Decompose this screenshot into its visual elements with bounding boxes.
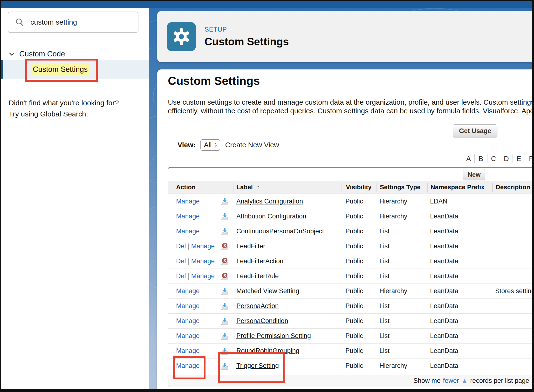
sidebar-item-custom-settings[interactable]: Custom Settings — [1, 60, 149, 79]
action-cell: Manage — [168, 198, 217, 205]
visibility-cell: Public — [342, 302, 377, 310]
column-header-label[interactable]: Label ↑ — [233, 183, 342, 192]
table-row: Manage PersonaCondition Public List Lean… — [168, 313, 534, 328]
table-row: Manage ContinuousPersonaOnSobject Public… — [168, 224, 534, 239]
visibility-cell: Public — [342, 362, 377, 370]
manage-action-link[interactable]: Manage — [176, 317, 200, 324]
table-row: Manage Attribution Configuration Public … — [168, 209, 534, 224]
settings-type-cell: List — [377, 228, 427, 235]
chevron-down-icon — [8, 50, 15, 58]
view-select[interactable]: All ⤵︎ — [200, 139, 220, 151]
setting-label-link[interactable]: Trigger Setting — [236, 362, 279, 369]
settings-type-cell: List — [377, 243, 427, 250]
create-new-view-link[interactable]: Create New View — [225, 141, 279, 149]
column-header-visibility[interactable]: Visibility — [342, 183, 377, 192]
setting-label-link[interactable]: Profile Permission Setting — [236, 332, 311, 339]
manage-action-link[interactable]: Manage — [191, 243, 215, 250]
main-area: SETUP Custom Settings Custom Settings Us… — [149, 8, 532, 389]
setting-label-link[interactable]: LeadFilter — [236, 243, 265, 250]
highlighted-item-label: Custom Settings — [31, 64, 90, 75]
visibility-cell: Public — [342, 198, 377, 205]
namespace-prefix-cell: LeanData — [427, 287, 492, 295]
download-package-icon — [220, 317, 229, 325]
table-row: Del | Manage LeadFilterAction Public Lis… — [168, 254, 534, 269]
action-cell: Manage — [168, 362, 217, 370]
alpha-link-e[interactable]: E — [513, 154, 525, 163]
manage-action-link[interactable]: Manage — [176, 302, 200, 310]
content-title: Custom Settings — [168, 74, 260, 88]
visibility-cell: Public — [342, 332, 377, 340]
download-package-icon — [220, 332, 229, 340]
alpha-link-b[interactable]: B — [475, 154, 487, 163]
table-row: Del | Manage LeadFilter Public List Lean… — [168, 239, 534, 254]
namespace-prefix-cell: LeanData — [427, 362, 492, 370]
header-titles: SETUP Custom Settings — [205, 26, 289, 48]
sidebar-help-text: Didn't find what you're looking for? Try… — [9, 97, 119, 120]
setting-label-link[interactable]: LeadFilterRule — [236, 272, 279, 280]
column-header-description[interactable]: Description — [492, 183, 534, 192]
new-button[interactable]: New — [463, 169, 485, 180]
table-toolbar: New — [168, 168, 534, 181]
column-header-namespace-prefix[interactable]: Namespace Prefix — [427, 183, 492, 192]
setting-label-link[interactable]: PersonaCondition — [236, 317, 288, 324]
table-header-row: Action Label ↑ Visibility Settings Type … — [168, 181, 534, 194]
settings-type-cell: Hierarchy — [377, 362, 427, 370]
setting-label-link[interactable]: ContinuousPersonaOnSobject — [236, 228, 324, 235]
alpha-link-c[interactable]: C — [487, 154, 500, 163]
description-cell: Stores settings — [492, 287, 534, 295]
setting-label-link[interactable]: LeadFilterAction — [236, 257, 283, 265]
namespace-prefix-cell: LeanData — [427, 228, 492, 235]
download-package-icon — [220, 197, 229, 206]
setting-label-link[interactable]: RoundRobinGrouping — [236, 347, 299, 354]
quick-find-search[interactable] — [8, 12, 138, 33]
namespace-prefix-cell: LeanData — [427, 302, 492, 310]
action-separator: | — [186, 272, 191, 280]
namespace-prefix-cell: LeanData — [427, 213, 492, 220]
search-icon — [14, 17, 25, 27]
table-row: Manage Profile Permission Setting Public… — [168, 328, 534, 343]
fewer-link[interactable]: fewer — [443, 377, 459, 385]
manage-action-link[interactable]: Manage — [176, 332, 200, 339]
get-usage-button[interactable]: Get Usage — [453, 124, 497, 137]
settings-type-cell: List — [377, 347, 427, 355]
visibility-cell: Public — [342, 243, 377, 250]
del-action-link[interactable]: Del — [176, 272, 186, 280]
download-package-icon — [220, 302, 229, 311]
table-row: Manage Matched View Setting Public Hiera… — [168, 284, 534, 298]
global-header-bar — [1, 1, 532, 8]
del-action-link[interactable]: Del — [176, 243, 186, 250]
column-header-action[interactable]: Action — [168, 183, 233, 192]
sidebar-item-custom-code[interactable]: Custom Code — [8, 49, 65, 59]
setting-label-link[interactable]: Attribution Configuration — [236, 213, 306, 220]
manage-action-link[interactable]: Manage — [176, 287, 200, 295]
alpha-link-d[interactable]: D — [500, 154, 513, 163]
manage-action-link[interactable]: Manage — [176, 347, 200, 354]
table-footer: Show me fewer ▲ records per list page — [168, 375, 534, 387]
action-cell: Manage — [168, 317, 217, 325]
manage-action-link[interactable]: Manage — [191, 257, 215, 265]
alphabet-index: A B C D E F G — [463, 154, 534, 163]
setting-label-link[interactable]: Analytics Configuration — [236, 198, 303, 205]
download-package-icon — [220, 287, 229, 296]
setup-header-card: SETUP Custom Settings — [157, 11, 534, 62]
action-cell: Del | Manage — [168, 243, 217, 250]
sidebar-item-label: Custom Code — [19, 50, 65, 58]
visibility-cell: Public — [342, 287, 377, 295]
manage-action-link[interactable]: Manage — [176, 213, 200, 220]
namespace-prefix-cell: LeanData — [427, 317, 492, 325]
del-action-link[interactable]: Del — [176, 257, 186, 265]
search-input[interactable] — [30, 18, 122, 27]
setting-label-link[interactable]: PersonaAction — [236, 302, 279, 310]
manage-action-link[interactable]: Manage — [176, 362, 200, 369]
column-header-settings-type[interactable]: Settings Type — [377, 183, 427, 192]
triangle-up-icon[interactable]: ▲ — [461, 377, 468, 385]
action-cell: Manage — [168, 302, 217, 310]
blocked-package-icon — [220, 257, 229, 266]
manage-action-link[interactable]: Manage — [176, 228, 200, 235]
alpha-link-f[interactable]: F — [525, 154, 534, 163]
manage-action-link[interactable]: Manage — [176, 198, 200, 205]
alpha-link-a[interactable]: A — [463, 154, 475, 163]
setting-label-link[interactable]: Matched View Setting — [236, 287, 299, 295]
blocked-package-icon — [220, 242, 229, 251]
manage-action-link[interactable]: Manage — [191, 272, 215, 280]
